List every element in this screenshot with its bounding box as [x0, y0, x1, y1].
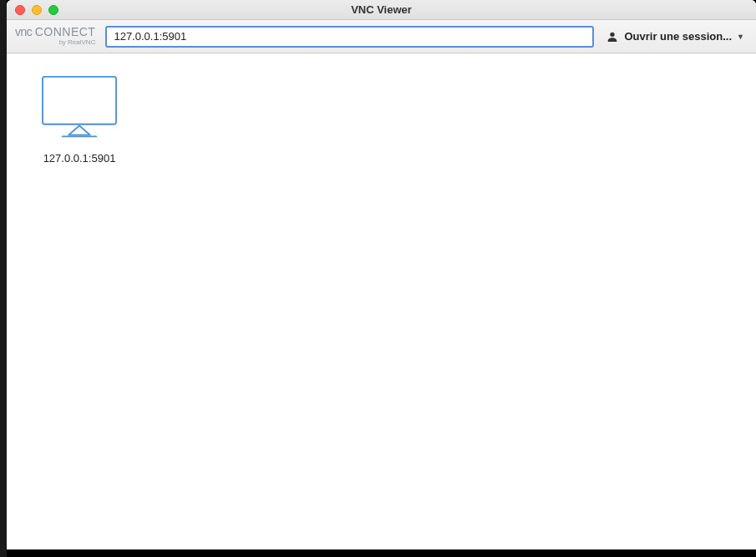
app-logo: vnc connect by RealVNC — [15, 26, 95, 47]
sign-in-button[interactable]: Ouvrir une session... ▼ — [601, 27, 749, 47]
logo-connect: connect — [35, 25, 96, 38]
window-controls — [15, 5, 58, 15]
user-icon — [606, 30, 619, 43]
logo-text: vnc connect — [15, 26, 95, 38]
monitor-icon — [41, 75, 118, 140]
svg-rect-1 — [43, 77, 116, 124]
window-title: VNC Viewer — [7, 3, 756, 16]
connection-item[interactable]: 127.0.0.1:5901 — [33, 75, 125, 165]
chevron-down-icon: ▼ — [737, 33, 744, 41]
logo-vnc: vnc — [15, 25, 32, 38]
minimize-icon[interactable] — [32, 5, 42, 15]
connection-label: 127.0.0.1:5901 — [43, 152, 116, 165]
titlebar[interactable]: VNC Viewer — [7, 0, 756, 20]
toolbar: vnc connect by RealVNC Ouvrir une sessio… — [7, 20, 756, 53]
background-sidebar — [0, 0, 7, 557]
logo-byline: by RealVNC — [58, 38, 95, 47]
sign-in-label: Ouvrir une session... — [624, 30, 732, 43]
address-input[interactable] — [105, 26, 594, 48]
close-icon[interactable] — [15, 5, 25, 15]
svg-point-0 — [611, 32, 615, 36]
app-window: VNC Viewer vnc connect by RealVNC Ouvrir… — [7, 0, 756, 549]
connections-area: 127.0.0.1:5901 — [7, 53, 756, 549]
maximize-icon[interactable] — [48, 5, 58, 15]
